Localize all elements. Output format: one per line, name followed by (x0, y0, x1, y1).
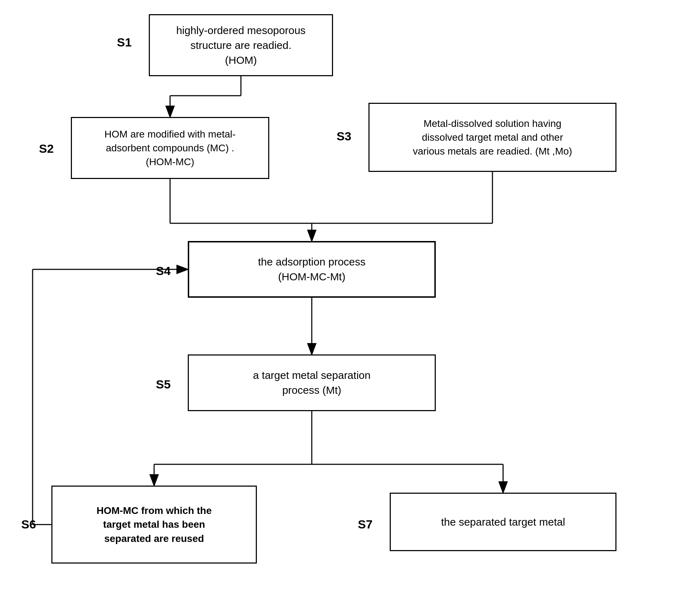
s4-box: the adsorption process (HOM-MC-Mt) (188, 241, 436, 298)
s5-label: S5 (156, 377, 171, 391)
s7-box: the separated target metal (390, 493, 616, 551)
s3-label: S3 (337, 129, 351, 143)
s7-label: S7 (358, 517, 373, 531)
s2-text: HOM are modified with metal- adsorbent c… (105, 127, 236, 169)
s2-box: HOM are modified with metal- adsorbent c… (71, 117, 269, 179)
flowchart-diagram: highly-ordered mesoporous structure are … (0, 0, 682, 616)
s5-text: a target metal separation process (Mt) (253, 368, 371, 398)
s6-label: S6 (21, 517, 36, 531)
s1-box: highly-ordered mesoporous structure are … (149, 14, 333, 76)
s3-box: Metal-dissolved solution having dissolve… (368, 103, 616, 172)
s5-box: a target metal separation process (Mt) (188, 354, 436, 411)
s3-text: Metal-dissolved solution having dissolve… (413, 117, 572, 158)
s4-label: S4 (156, 264, 171, 278)
s4-text: the adsorption process (HOM-MC-Mt) (258, 254, 366, 284)
s2-label: S2 (39, 142, 54, 156)
s6-text: HOM-MC from which the target metal has b… (96, 504, 212, 545)
s1-label: S1 (117, 35, 132, 49)
s7-text: the separated target metal (441, 515, 565, 530)
s6-box: HOM-MC from which the target metal has b… (51, 486, 257, 564)
s1-text: highly-ordered mesoporous structure are … (176, 23, 305, 68)
